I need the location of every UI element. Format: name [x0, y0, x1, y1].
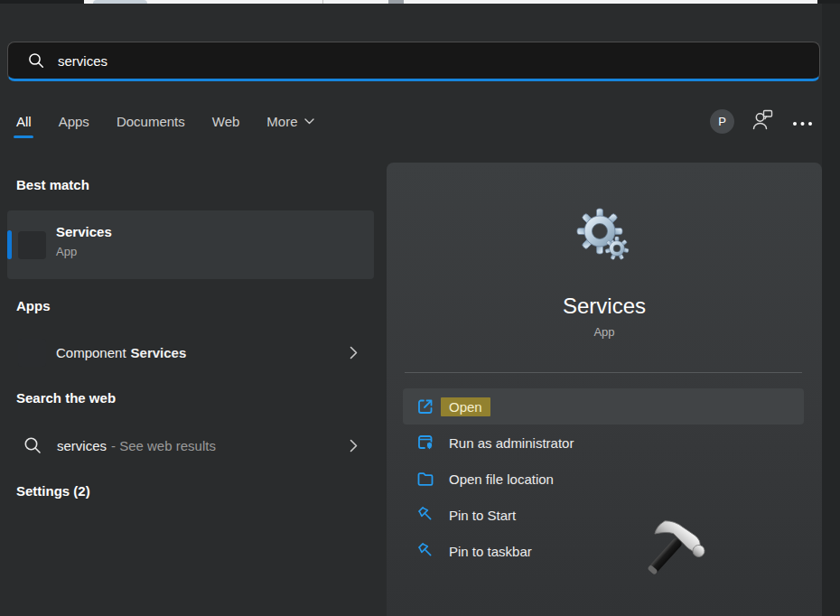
- tab-apps[interactable]: Apps: [59, 114, 89, 138]
- best-match-result[interactable]: Services App: [7, 210, 374, 279]
- more-options-icon[interactable]: [792, 114, 813, 130]
- search-box[interactable]: [7, 42, 820, 81]
- result-title: Services: [56, 224, 112, 239]
- search-icon: [28, 52, 45, 70]
- best-match-heading: Best match: [16, 177, 89, 192]
- result-web-search[interactable]: services- See web results: [7, 423, 374, 468]
- preview-title: Services: [387, 294, 822, 319]
- action-open[interactable]: Open: [403, 388, 804, 425]
- search-input[interactable]: [58, 53, 819, 69]
- chevron-right-icon[interactable]: [350, 439, 358, 453]
- services-gears-icon: [574, 208, 634, 269]
- tab-web[interactable]: Web: [212, 114, 240, 138]
- pin-icon: [416, 542, 434, 560]
- tab-all[interactable]: All: [16, 114, 32, 138]
- background-scroll-fragment: [388, 0, 404, 4]
- action-label-pin-start: Pin to Start: [449, 508, 516, 523]
- action-label-pin-taskbar: Pin to taskbar: [449, 544, 532, 559]
- open-external-icon: [416, 397, 434, 415]
- result-text-match: Services: [131, 345, 187, 360]
- action-pin-to-start[interactable]: Pin to Start: [403, 497, 804, 533]
- preview-subtitle: App: [387, 325, 822, 339]
- user-avatar[interactable]: P: [710, 109, 734, 134]
- tab-documents[interactable]: Documents: [117, 114, 185, 138]
- topbar-icons: P: [710, 107, 813, 135]
- action-label-run-admin: Run as administrator: [449, 435, 574, 451]
- web-query: services: [57, 438, 107, 453]
- search-filter-tabs: All Apps Documents Web More: [16, 114, 314, 138]
- background-window-edge: [0, 0, 840, 4]
- action-pin-to-taskbar[interactable]: Pin to taskbar: [403, 533, 804, 569]
- start-search-panel: All Apps Documents Web More P Best ma: [0, 0, 840, 616]
- component-services-icon: [18, 339, 46, 367]
- admin-shield-icon: [416, 434, 434, 452]
- chevron-down-icon: [304, 118, 314, 125]
- web-suffix: - See web results: [111, 438, 216, 453]
- preview-divider: [405, 372, 802, 373]
- desktop-background-strip: [822, 4, 840, 616]
- selection-accent-bar: [7, 230, 12, 259]
- result-text: Component: [56, 345, 126, 360]
- apps-heading: Apps: [16, 298, 51, 313]
- action-label-open-file-location: Open file location: [449, 471, 554, 487]
- result-component-services[interactable]: ComponentServices: [7, 327, 374, 378]
- folder-icon: [416, 470, 434, 488]
- action-list: Open Run as administrator: [403, 388, 804, 569]
- preview-panel: Services App Open: [387, 163, 822, 616]
- active-tab-underline: [14, 135, 33, 138]
- action-open-file-location[interactable]: Open file location: [403, 461, 804, 497]
- tab-more[interactable]: More: [266, 114, 313, 138]
- result-type: App: [56, 245, 112, 258]
- search-icon: [23, 436, 42, 455]
- background-divider-fragment: [322, 0, 323, 4]
- hammer-cursor-image: [641, 515, 724, 598]
- search-web-heading: Search the web: [16, 390, 116, 406]
- settings-heading: Settings (2): [16, 483, 90, 499]
- pin-icon: [416, 506, 434, 524]
- background-tab-fragment: [93, 0, 147, 4]
- background-window-fragment: [84, 0, 817, 4]
- chevron-right-icon[interactable]: [350, 346, 358, 359]
- services-app-icon: [18, 231, 46, 259]
- feedback-icon[interactable]: [751, 107, 775, 135]
- action-run-as-administrator[interactable]: Run as administrator: [403, 425, 804, 461]
- action-label-open: Open: [441, 397, 490, 416]
